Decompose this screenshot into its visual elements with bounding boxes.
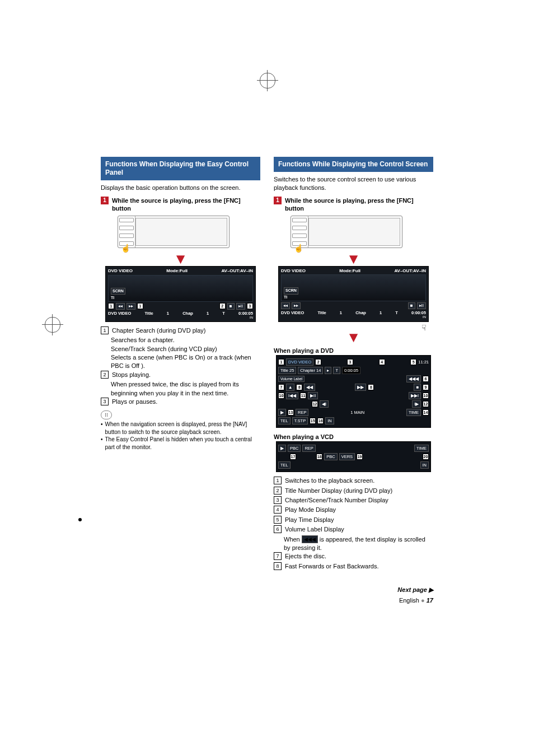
vers-button[interactable]: VERS [339, 453, 355, 460]
control-screen-upper: DVD VIDEO Mode:Full AV–OUT:AV–IN SCRN TI… [278, 266, 429, 322]
ui-bchap-n: 1 [207, 311, 209, 316]
note-text: When the navigation screen is displayed,… [105, 421, 260, 436]
scroll-icon: ◀◀◀ [302, 535, 318, 543]
stop-button[interactable]: ■ [227, 303, 235, 310]
arrow-down-icon: ▼ [101, 255, 260, 264]
callout-2: 2 [315, 359, 321, 365]
list-num: 6 [274, 525, 282, 533]
next-page-link[interactable]: Next page ▶ [397, 586, 433, 593]
arrow-down-icon: ▼ [274, 255, 433, 264]
callout-9: 9 [423, 384, 429, 390]
slow-fwd-button[interactable]: I▶ [412, 400, 421, 408]
callout-15: 15 [310, 418, 316, 424]
play-small-button[interactable]: ▶ [278, 445, 286, 452]
right-intro: Switches to the source control screen to… [274, 175, 433, 192]
list-head: Stops playing. [112, 371, 151, 379]
callout-8: 8 [296, 384, 302, 390]
callout-20: 20 [423, 454, 429, 460]
bullet-dot: • [101, 421, 103, 436]
prev-button[interactable]: ◂◂ [116, 303, 125, 310]
callout-18: 18 [316, 454, 322, 460]
left-section-title: Functions When Displaying the Easy Contr… [101, 157, 260, 180]
next-button[interactable]: ▸▸ [292, 302, 301, 309]
right-section-title: Functions While Displaying the Control S… [274, 157, 433, 172]
rep-label: REP [302, 445, 315, 452]
ui-btitle: Title [317, 310, 326, 315]
next-button[interactable]: ▸▸ [127, 303, 135, 310]
tel-button[interactable]: TEL [278, 417, 291, 424]
list-sub: When pressed twice, the disc is played f… [111, 380, 260, 398]
next-track-button[interactable]: ▶▶I [409, 392, 421, 399]
in-indicator: IN [108, 316, 253, 320]
chapter-button[interactable]: Chapter 14 [298, 367, 323, 374]
prev-button[interactable]: ◂◂ [281, 302, 290, 309]
note-text: The Easy Control Panel is hidden when yo… [105, 436, 260, 451]
play-pause-button[interactable]: ▸II [417, 302, 426, 309]
list-num: 2 [274, 487, 282, 494]
step-badge: 1 [274, 197, 282, 204]
rewind-button[interactable]: ◀◀ [304, 384, 315, 391]
vcd-control-screenshot: ▶ PBC REP TIME 17 18 PBC VERS 19 20 [276, 441, 431, 472]
left-column: Functions When Displaying the Easy Contr… [101, 157, 260, 604]
time-button[interactable]: TIME [414, 445, 429, 452]
scrn-button[interactable]: SCRN [284, 287, 298, 294]
page-number: 17 [427, 597, 433, 604]
callout-11: 11 [300, 393, 306, 399]
callout-13: 13 [288, 409, 294, 416]
list-text: Title Number Display (during DVD play) [285, 487, 392, 495]
arrow-down-icon: ▼ [274, 333, 433, 342]
in-label: IN [420, 461, 429, 469]
dvd-heading: When playing a DVD [274, 347, 433, 354]
callout-4: 4 [379, 359, 385, 365]
play-pause-button[interactable]: ▶II [308, 392, 318, 399]
callout-3: 3 [347, 359, 353, 365]
ui-avout: AV–OUT:AV–IN [394, 268, 426, 274]
list-num: 7 [274, 552, 282, 560]
list-num: 4 [274, 506, 282, 514]
right-column: Functions While Displaying the Control S… [274, 157, 433, 604]
item6-sub: When ◀◀◀ is appeared, the text display i… [284, 535, 433, 553]
callout-10b: 10 [423, 393, 429, 399]
device-illustration-left: ☝ [118, 216, 229, 253]
callout-1b: 1 [137, 303, 143, 309]
title-button[interactable]: Title 25 [278, 367, 296, 374]
ui-bsrc: DVD VIDEO [108, 311, 131, 316]
eject-button[interactable]: ▲ [286, 384, 294, 391]
list-head: Chapter Search (during DVD play) [112, 326, 206, 335]
right-numbered-list: 1Switches to the playback screen. 2Title… [274, 477, 433, 571]
trim-dot [78, 518, 82, 521]
tstp-button[interactable]: T.STP [292, 417, 308, 424]
left-numbered-list: 1 Chapter Search (during DVD play) Searc… [101, 326, 260, 407]
ti-label: TI [284, 295, 287, 300]
ui-mode: Mode:Full [166, 268, 188, 274]
registration-mark-left [45, 317, 60, 333]
scroll-button[interactable]: ◀◀◀ [406, 375, 421, 382]
time-button[interactable]: TIME [406, 409, 421, 416]
in-indicator: IN [281, 315, 426, 319]
callout-12b: 12 [423, 401, 429, 407]
callout-1: 1 [108, 303, 114, 309]
list-text: Switches to the playback screen. [285, 477, 374, 485]
ui-btime: 0:00:05 [411, 310, 426, 315]
play-small-button[interactable]: ▶ [278, 409, 286, 416]
stop-button[interactable]: ■ [414, 384, 421, 391]
ffwd-button[interactable]: ▶▶ [355, 384, 366, 391]
pbc-button[interactable]: PBC [324, 453, 337, 460]
list-num: 8 [274, 562, 282, 570]
scrn-button[interactable]: SCRN [111, 288, 125, 295]
ui-btitle-n: 1 [167, 311, 169, 316]
ti-label: TI [111, 296, 114, 300]
ui-src: DVD VIDEO [108, 268, 133, 274]
play-pause-button[interactable]: ▸II [236, 303, 245, 310]
stop-button[interactable]: ■ [408, 302, 415, 309]
slow-back-button[interactable]: ◀I [320, 400, 329, 408]
callout-10: 10 [278, 393, 284, 399]
list-text: Play Mode Display [285, 506, 336, 514]
dvd-control-screenshot: 1 DVD VIDEO 2 3 4 5 11:21 Title 25 Chapt… [276, 355, 431, 428]
list-text: Ejects the disc. [285, 552, 326, 561]
note-icon: ⁝⁝ [101, 410, 112, 419]
tel-button[interactable]: TEL [278, 461, 291, 469]
in-label: IN [325, 417, 334, 424]
prev-track-button[interactable]: I◀◀ [286, 392, 298, 399]
list-num: 3 [274, 496, 282, 504]
